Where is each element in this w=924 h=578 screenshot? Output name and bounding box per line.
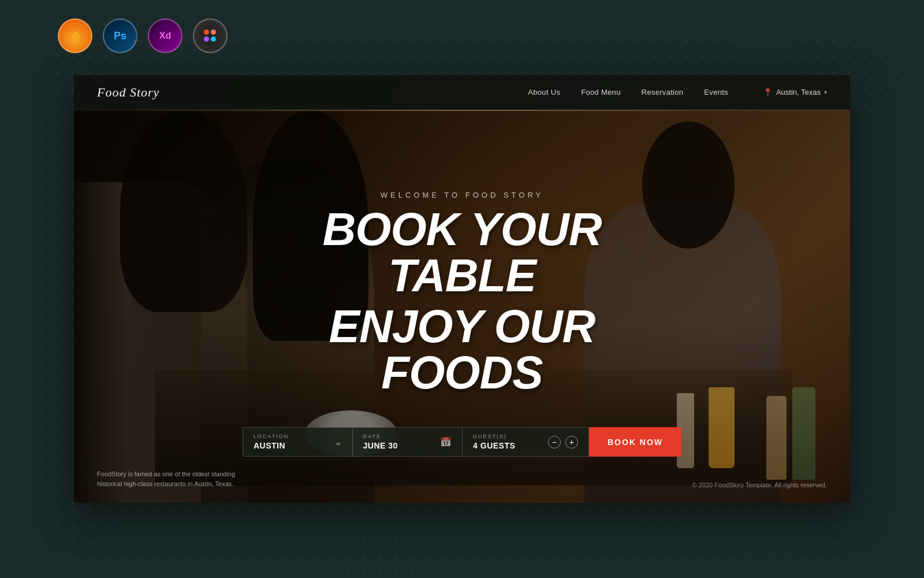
guests-controls: − + xyxy=(548,436,578,449)
xd-icon[interactable]: Xd xyxy=(148,18,182,53)
design-toolbar: ◆ Ps Xd xyxy=(58,18,228,53)
headline-book-table: BOOK YOUR TABLE xyxy=(254,206,670,299)
guests-decrement-button[interactable]: − xyxy=(548,436,561,449)
guests-field[interactable]: GUEST(S) 4 GUESTS − + xyxy=(463,427,589,457)
footer-desc-text: FoodStory is famed as one of the oldest … xyxy=(97,469,241,488)
guests-increment-button[interactable]: + xyxy=(565,436,578,449)
location-text: Austin, Texas xyxy=(776,88,821,97)
footer-description: FoodStory is famed as one of the oldest … xyxy=(97,469,241,488)
location-pin-icon: 📍 xyxy=(763,88,773,97)
nav-location[interactable]: 📍 Austin, Texas ▾ xyxy=(763,88,827,97)
nav-border xyxy=(74,110,850,111)
chevron-down-icon: ▾ xyxy=(824,89,827,95)
location-field-value: AUSTIN xyxy=(254,441,289,450)
nav-about[interactable]: About Us xyxy=(528,88,560,97)
figma-icon[interactable] xyxy=(193,18,228,53)
date-field-label: DATE xyxy=(363,433,398,439)
headline-enjoy-foods: ENJOY OUR FOODS xyxy=(254,303,670,396)
hero-content: WELCOME TO FOOD STORY BOOK YOUR TABLE EN… xyxy=(254,191,670,396)
nav-food-menu[interactable]: Food Menu xyxy=(581,88,620,97)
date-field[interactable]: DATE JUNE 30 📅 xyxy=(353,427,463,457)
photoshop-icon[interactable]: Ps xyxy=(103,18,137,53)
location-field[interactable]: LOCATION AUSTIN ⌄ xyxy=(243,427,353,457)
location-dropdown[interactable]: LOCATION AUSTIN ⌄ xyxy=(254,433,342,450)
footer-copy-text: © 2020 FoodStory Template. All rights re… xyxy=(692,481,827,488)
nav-events[interactable]: Events xyxy=(704,88,728,97)
date-field-value: JUNE 30 xyxy=(363,441,398,450)
footer-copyright: © 2020 FoodStory Template. All rights re… xyxy=(692,481,827,488)
nav-logo: Food Story xyxy=(97,85,159,100)
navbar: Food Story About Us Food Menu Reservatio… xyxy=(74,75,850,110)
location-field-label: LOCATION xyxy=(254,433,289,439)
nav-links: About Us Food Menu Reservation Events xyxy=(528,88,728,97)
location-dropdown-arrow: ⌄ xyxy=(334,436,342,447)
sketch-icon[interactable]: ◆ xyxy=(58,18,92,53)
nav-reservation[interactable]: Reservation xyxy=(642,88,684,97)
booking-bar: LOCATION AUSTIN ⌄ DATE JUNE 30 📅 GUEST(S… xyxy=(243,427,681,457)
welcome-text: WELCOME TO FOOD STORY xyxy=(254,191,670,199)
website-preview: Food Story About Us Food Menu Reservatio… xyxy=(74,75,850,503)
guests-field-value: 4 GUESTS xyxy=(473,441,515,450)
guests-field-label: GUEST(S) xyxy=(473,433,515,439)
calendar-icon: 📅 xyxy=(440,436,452,447)
book-now-button[interactable]: BOOK NOW xyxy=(589,427,681,457)
